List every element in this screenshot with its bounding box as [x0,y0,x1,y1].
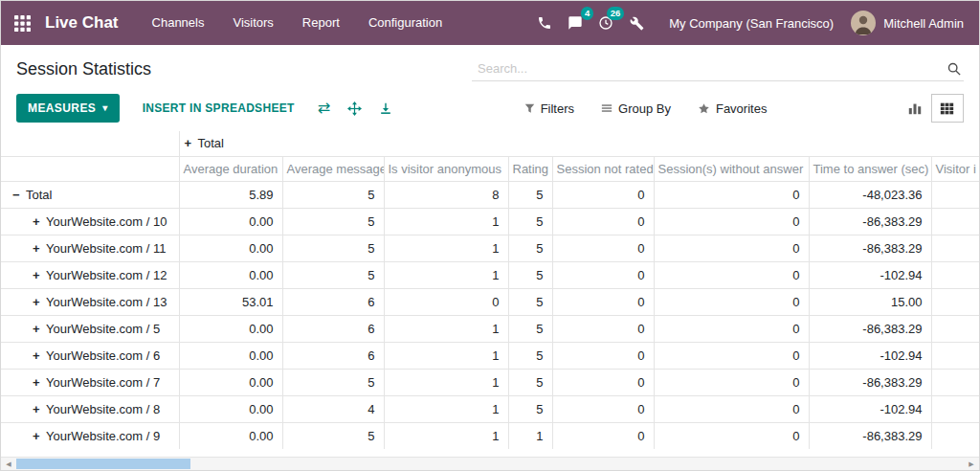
pivot-cell[interactable]: -86,383.29 [809,235,931,261]
pivot-row-header[interactable]: +YourWebsite.com / 5 [1,315,179,342]
pivot-cell[interactable]: 1 [508,422,552,449]
pivot-view-button[interactable] [931,94,964,123]
pivot-cell[interactable]: 1 [384,422,508,449]
pivot-cell[interactable]: 5 [508,208,552,235]
scrollbar-track[interactable] [16,458,964,470]
pivot-cell[interactable]: 0 [654,235,809,261]
scrollbar-thumb[interactable] [16,459,190,469]
pivot-cell[interactable]: -48,023.36 [809,181,931,208]
pivot-cell[interactable]: 0 [552,342,654,369]
pivot-cell[interactable] [931,181,979,208]
tools-icon[interactable] [621,8,652,38]
pivot-cell[interactable] [931,422,979,449]
pivot-cell[interactable]: -86,383.29 [809,208,931,235]
pivot-row-header[interactable]: +YourWebsite.com / 6 [1,342,179,369]
app-name[interactable]: Live Chat [45,13,119,33]
expand-toggle-icon[interactable]: + [33,268,46,282]
pivot-cell[interactable] [931,369,979,395]
phone-icon[interactable] [529,8,560,38]
pivot-row-header[interactable]: +YourWebsite.com / 12 [1,261,179,288]
measures-button[interactable]: MEASURES ▾ [16,94,120,123]
apps-menu-icon[interactable] [1,1,43,45]
pivot-cell[interactable]: 0.00 [179,315,282,342]
pivot-row-header[interactable]: +YourWebsite.com / 10 [1,208,179,235]
pivot-cell[interactable]: 1 [384,208,508,235]
activities-icon[interactable]: 26 [590,8,621,38]
pivot-cell[interactable] [931,315,979,342]
expand-all-icon[interactable] [347,101,362,116]
pivot-cell[interactable]: 5 [282,181,384,208]
expand-toggle-icon[interactable]: + [33,375,46,390]
pivot-cell[interactable]: 5 [282,208,384,235]
pivot-cell[interactable]: 5 [282,235,384,261]
pivot-cell[interactable]: 1 [384,315,508,342]
pivot-cell[interactable] [931,261,979,288]
pivot-cell[interactable]: 0 [654,288,809,315]
pivot-cell[interactable]: 0 [552,288,654,315]
pivot-cell[interactable]: 0 [384,288,508,315]
insert-in-spreadsheet-button[interactable]: INSERT IN SPREADSHEET [143,101,295,115]
pivot-cell[interactable]: 5 [508,315,552,342]
pivot-cell[interactable]: 0.00 [179,261,282,288]
pivot-measure-header[interactable]: Session not rated [552,156,654,181]
pivot-row-header[interactable]: +YourWebsite.com / 13 [1,288,179,315]
pivot-row-header[interactable]: +YourWebsite.com / 7 [1,369,179,395]
menu-report[interactable]: Report [288,1,354,45]
pivot-cell[interactable]: 5 [282,261,384,288]
pivot-cell[interactable]: 0 [654,342,809,369]
bar-chart-view-button[interactable] [899,94,931,123]
pivot-cell[interactable]: -86,383.29 [809,315,931,342]
expand-toggle-icon[interactable]: + [33,322,46,336]
pivot-measure-header[interactable]: Average message [282,156,384,181]
pivot-cell[interactable]: 0 [552,235,654,261]
pivot-cell[interactable]: 5 [282,369,384,395]
favorites-button[interactable]: Favorites [698,101,767,116]
user-menu[interactable]: Mitchell Admin [851,11,964,35]
scroll-right-arrow[interactable]: ▶ [964,458,979,470]
pivot-cell[interactable]: 0.00 [179,369,282,395]
pivot-measure-header[interactable]: Rating [508,156,552,181]
pivot-measure-header[interactable]: Is visitor anonymous [384,156,508,181]
pivot-cell[interactable]: 0 [654,261,809,288]
pivot-cell[interactable]: 1 [384,369,508,395]
pivot-row-header[interactable]: +YourWebsite.com / 11 [1,235,179,261]
pivot-measure-header[interactable]: Visitor i [931,156,979,181]
scroll-left-arrow[interactable]: ◀ [1,458,16,470]
expand-toggle-icon[interactable]: + [185,136,198,150]
pivot-cell[interactable]: 0 [654,422,809,449]
pivot-cell[interactable]: 6 [282,288,384,315]
pivot-cell[interactable]: 8 [384,181,508,208]
messages-icon[interactable]: 4 [560,8,590,38]
pivot-row-header[interactable]: −Total [1,181,179,208]
pivot-cell[interactable]: 5 [508,288,552,315]
pivot-cell[interactable]: 6 [282,342,384,369]
pivot-cell[interactable]: 5 [508,342,552,369]
pivot-cell[interactable]: 1 [384,395,508,422]
pivot-cell[interactable]: 5 [508,261,552,288]
pivot-cell[interactable]: -102.94 [809,395,931,422]
pivot-cell[interactable] [931,395,979,422]
pivot-cell[interactable]: 1 [384,342,508,369]
pivot-cell[interactable]: -102.94 [809,261,931,288]
expand-toggle-icon[interactable]: + [33,295,46,309]
menu-channels[interactable]: Channels [138,1,219,45]
pivot-cell[interactable]: 0 [552,261,654,288]
expand-toggle-icon[interactable]: + [33,402,46,416]
pivot-cell[interactable]: 5.89 [179,181,282,208]
pivot-measure-header[interactable]: Time to answer (sec) [809,156,931,181]
pivot-cell[interactable]: 5 [282,422,384,449]
pivot-cell[interactable]: 5 [508,395,552,422]
pivot-cell[interactable]: 0.00 [179,422,282,449]
pivot-cell[interactable]: 0.00 [179,395,282,422]
pivot-cell[interactable]: 0.00 [179,235,282,261]
collapse-toggle-icon[interactable]: − [12,188,26,202]
pivot-row-header[interactable]: +YourWebsite.com / 8 [1,395,179,422]
filters-button[interactable]: Filters [524,101,574,116]
pivot-cell[interactable]: 15.00 [809,288,931,315]
pivot-measure-header[interactable]: Session(s) without answer [654,156,809,181]
pivot-cell[interactable]: 0 [654,208,809,235]
pivot-cell[interactable]: -86,383.29 [809,422,931,449]
pivot-cell[interactable]: 0.00 [179,208,282,235]
expand-toggle-icon[interactable]: + [33,348,46,363]
pivot-cell[interactable]: 0 [654,315,809,342]
